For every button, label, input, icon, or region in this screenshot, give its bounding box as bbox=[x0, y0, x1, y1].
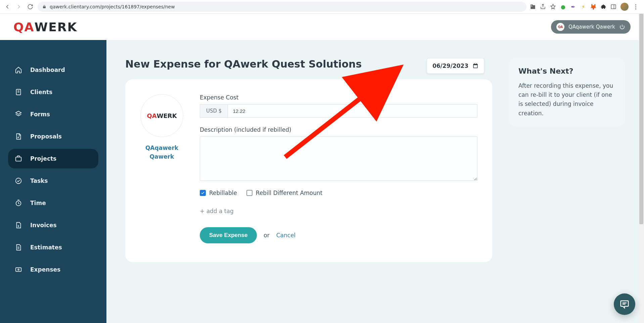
proposals-icon bbox=[15, 133, 22, 140]
profile-name-link[interactable]: QAqawerk Qawerk bbox=[140, 144, 184, 161]
sidebar-item-label: Projects bbox=[30, 155, 56, 162]
whats-next-text: After recording this expense, you can re… bbox=[518, 81, 615, 118]
clients-icon bbox=[15, 88, 22, 96]
sidebar-item-expenses[interactable]: Expenses bbox=[8, 260, 98, 279]
tasks-icon bbox=[15, 177, 22, 185]
main-content: New Expense for QAwerk Quest Solutions 0… bbox=[106, 40, 644, 323]
checkbox-checked-icon bbox=[200, 190, 206, 196]
profile-avatar-circle: QAWERK bbox=[140, 94, 183, 137]
chat-icon bbox=[619, 299, 630, 309]
chat-fab[interactable] bbox=[614, 293, 635, 315]
user-menu[interactable]: QA QAqawerk Qawerk bbox=[551, 20, 631, 34]
cancel-link[interactable]: Cancel bbox=[276, 232, 296, 239]
expense-cost-input-group: USD $ bbox=[200, 104, 477, 118]
svg-text:$: $ bbox=[17, 225, 19, 228]
sidebar-item-label: Dashboard bbox=[30, 67, 65, 73]
calendar-icon bbox=[472, 63, 478, 69]
rebillable-label: Rebillable bbox=[209, 190, 237, 196]
rebillable-checkbox[interactable]: Rebillable bbox=[200, 190, 237, 196]
rebill-different-checkbox[interactable]: Rebill Different Amount bbox=[246, 190, 323, 196]
logo-qa: QA bbox=[13, 20, 34, 34]
app-header: QAWERK QA QAqawerk Qawerk bbox=[0, 14, 644, 40]
currency-prefix: USD $ bbox=[200, 105, 228, 117]
date-input[interactable]: 06/29/2023 bbox=[427, 58, 484, 74]
share-icon[interactable] bbox=[540, 4, 546, 10]
sidebar-item-label: Expenses bbox=[30, 266, 60, 273]
app-logo[interactable]: QAWERK bbox=[13, 20, 77, 34]
ext-fox-icon[interactable]: 🦊 bbox=[590, 4, 596, 10]
sidebar-item-label: Time bbox=[30, 200, 46, 206]
power-icon[interactable] bbox=[619, 24, 625, 30]
page-scrollbar[interactable] bbox=[639, 14, 644, 323]
invoices-icon: $ bbox=[15, 221, 22, 229]
rebill-different-label: Rebill Different Amount bbox=[256, 190, 323, 196]
sidebar-item-label: Estimates bbox=[30, 244, 62, 251]
or-text: or bbox=[264, 232, 269, 239]
sidebar-item-label: Tasks bbox=[30, 177, 48, 184]
ext-bolt-icon[interactable]: ⚡ bbox=[580, 4, 586, 10]
expense-cost-label: Expense Cost bbox=[200, 94, 477, 101]
checkbox-unchecked-icon bbox=[246, 190, 252, 196]
svg-rect-0 bbox=[611, 5, 616, 9]
svg-rect-11 bbox=[16, 268, 21, 272]
sidebar-item-estimates[interactable]: Estimates bbox=[8, 238, 98, 257]
sidebar-item-invoices[interactable]: $Invoices bbox=[8, 215, 98, 235]
info-sidebar: What's Next? After recording this expens… bbox=[508, 58, 625, 127]
sidebar-item-projects[interactable]: Projects bbox=[8, 149, 98, 168]
home-icon bbox=[15, 66, 22, 74]
browser-chrome: qawerk.clientary.com/projects/161897/exp… bbox=[0, 0, 644, 14]
svg-rect-5 bbox=[16, 157, 21, 161]
logo-werk: WERK bbox=[34, 20, 77, 34]
svg-point-6 bbox=[16, 178, 21, 184]
sidebar-item-proposals[interactable]: Proposals bbox=[8, 127, 98, 146]
address-bar[interactable]: qawerk.clientary.com/projects/161897/exp… bbox=[38, 2, 526, 12]
expense-amount-input[interactable] bbox=[228, 105, 477, 117]
sidebar-item-tasks[interactable]: Tasks bbox=[8, 171, 98, 191]
reload-button[interactable] bbox=[26, 3, 34, 11]
whats-next-title: What's Next? bbox=[518, 67, 615, 75]
sidebar-item-label: Invoices bbox=[30, 222, 57, 229]
time-icon bbox=[15, 199, 22, 207]
panel-icon[interactable] bbox=[610, 4, 616, 10]
ext-camera-icon[interactable]: ● bbox=[560, 4, 566, 10]
sidebar-item-label: Proposals bbox=[30, 133, 62, 140]
date-value: 06/29/2023 bbox=[432, 63, 468, 69]
sidebar-item-time[interactable]: Time bbox=[8, 193, 98, 213]
lock-icon bbox=[42, 5, 46, 9]
sidebar-item-clients[interactable]: Clients bbox=[8, 82, 98, 102]
user-name-label: QAqawerk Qawerk bbox=[568, 24, 615, 30]
sidebar-item-label: Clients bbox=[30, 89, 52, 95]
translate-icon[interactable] bbox=[530, 4, 536, 10]
user-avatar-icon: QA bbox=[556, 23, 564, 31]
save-expense-button[interactable]: Save Expense bbox=[200, 227, 257, 243]
profile-logo-qa: QA bbox=[147, 112, 156, 119]
forward-button[interactable] bbox=[15, 3, 23, 11]
forms-icon bbox=[15, 111, 22, 118]
projects-icon bbox=[15, 155, 22, 162]
star-icon[interactable] bbox=[550, 4, 556, 10]
description-label: Description (included if rebilled) bbox=[200, 126, 477, 133]
browser-extensions: ● ✒ ⚡ 🦊 bbox=[530, 3, 641, 11]
ext-feather-icon[interactable]: ✒ bbox=[570, 4, 576, 10]
back-button[interactable] bbox=[3, 3, 11, 11]
sidebar-item-forms[interactable]: Forms bbox=[8, 105, 98, 124]
url-text: qawerk.clientary.com/projects/161897/exp… bbox=[50, 4, 175, 9]
sidebar-item-label: Forms bbox=[30, 111, 50, 118]
expenses-icon bbox=[15, 266, 22, 273]
profile-avatar[interactable] bbox=[620, 3, 629, 11]
expense-form-card: QAWERK QAqawerk Qawerk Expense Cost USD … bbox=[125, 79, 492, 262]
estimates-icon bbox=[15, 244, 22, 251]
extensions-icon[interactable] bbox=[600, 4, 606, 10]
sidebar-item-dashboard[interactable]: Dashboard bbox=[8, 60, 98, 80]
whats-next-card: What's Next? After recording this expens… bbox=[508, 58, 625, 127]
browser-menu-button[interactable] bbox=[633, 4, 639, 10]
add-tag-button[interactable]: + add a tag bbox=[200, 208, 477, 214]
svg-point-12 bbox=[18, 269, 19, 270]
sidebar: DashboardClientsFormsProposalsProjectsTa… bbox=[0, 40, 106, 323]
profile-logo-werk: WERK bbox=[157, 112, 177, 119]
description-textarea[interactable] bbox=[200, 136, 477, 181]
